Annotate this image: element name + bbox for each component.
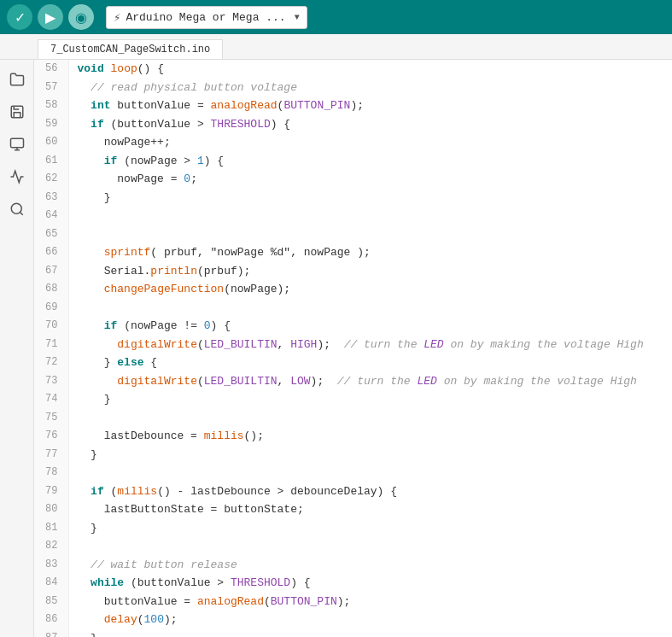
table-row: 81 } <box>34 519 672 538</box>
line-number: 69 <box>34 299 68 318</box>
code-content: } <box>68 629 672 638</box>
code-content: if (buttonValue > THRESHOLD) { <box>68 115 672 134</box>
line-number: 85 <box>34 593 68 611</box>
code-content: } <box>68 446 672 465</box>
line-number: 68 <box>34 280 68 299</box>
code-content: lastButtonState = buttonState; <box>68 500 672 519</box>
line-number: 84 <box>34 574 68 593</box>
code-content: digitalWrite(LED_BUILTIN, LOW); // turn … <box>68 372 672 391</box>
code-content: // read physical button voltage <box>68 79 672 97</box>
table-row: 58 int buttonValue = analogRead(BUTTON_P… <box>34 96 672 115</box>
code-content: } else { <box>68 354 672 372</box>
table-row: 57 // read physical button voltage <box>34 79 672 97</box>
code-content: while (buttonValue > THRESHOLD) { <box>68 574 672 593</box>
line-number: 76 <box>34 427 68 446</box>
line-number: 77 <box>34 446 68 465</box>
tab-bar: 7_CustomCAN_PageSwitch.ino <box>0 34 672 60</box>
code-content: sprintf( prbuf, "nowPage %d", nowPage ); <box>68 243 672 262</box>
sidebar-plotter-icon[interactable] <box>4 164 30 190</box>
line-number: 57 <box>34 79 68 97</box>
table-row: 72 } else { <box>34 354 672 372</box>
table-row: 75 <box>34 409 672 428</box>
table-row: 62 nowPage = 0; <box>34 170 672 189</box>
code-content: lastDebounce = millis(); <box>68 427 672 446</box>
line-number: 82 <box>34 537 68 556</box>
table-row: 87 } <box>34 629 672 638</box>
line-number: 71 <box>34 336 68 354</box>
sidebar-folder-icon[interactable] <box>4 67 30 92</box>
table-row: 71 digitalWrite(LED_BUILTIN, HIGH); // t… <box>34 336 672 354</box>
sidebar-search-icon[interactable] <box>4 196 30 222</box>
code-content <box>68 299 672 318</box>
code-content: if (nowPage > 1) { <box>68 152 672 171</box>
code-content: int buttonValue = analogRead(BUTTON_PIN)… <box>68 96 672 115</box>
code-content: buttonValue = analogRead(BUTTON_PIN); <box>68 593 672 611</box>
code-content: } <box>68 189 672 207</box>
table-row: 73 digitalWrite(LED_BUILTIN, LOW); // tu… <box>34 372 672 391</box>
line-number: 75 <box>34 409 68 428</box>
verify-button[interactable]: ✓ <box>7 4 32 30</box>
code-content: void loop() { <box>68 60 672 79</box>
code-content: } <box>68 519 672 538</box>
chevron-down-icon: ▼ <box>295 13 300 22</box>
line-number: 80 <box>34 500 68 519</box>
file-tab[interactable]: 7_CustomCAN_PageSwitch.ino <box>38 39 223 59</box>
table-row: 60 nowPage++; <box>34 133 672 152</box>
table-row: 70 if (nowPage != 0) { <box>34 317 672 336</box>
table-row: 84 while (buttonValue > THRESHOLD) { <box>34 574 672 593</box>
line-number: 86 <box>34 611 68 629</box>
sidebar-serial-monitor-icon[interactable] <box>4 131 30 157</box>
svg-line-5 <box>20 212 22 214</box>
line-number: 65 <box>34 225 68 244</box>
code-content: changePageFunction(nowPage); <box>68 280 672 299</box>
code-content: Serial.println(prbuf); <box>68 262 672 281</box>
line-number: 64 <box>34 207 68 225</box>
code-content <box>68 207 672 225</box>
code-table: 56void loop() {57 // read physical butto… <box>34 60 672 637</box>
code-content: delay(100); <box>68 611 672 629</box>
line-number: 87 <box>34 629 68 638</box>
code-content: nowPage = 0; <box>68 170 672 189</box>
code-content: // wait button release <box>68 556 672 575</box>
line-number: 72 <box>34 354 68 372</box>
table-row: 78 <box>34 464 672 482</box>
toolbar: ✓ ▶ ◉ ⚡ Arduino Mega or Mega ... ▼ <box>0 0 672 34</box>
table-row: 80 lastButtonState = buttonState; <box>34 500 672 519</box>
line-number: 78 <box>34 464 68 482</box>
table-row: 85 buttonValue = analogRead(BUTTON_PIN); <box>34 593 672 611</box>
sidebar-save-icon[interactable] <box>4 99 30 125</box>
table-row: 64 <box>34 207 672 225</box>
table-row: 82 <box>34 537 672 556</box>
usb-icon: ⚡ <box>114 10 120 25</box>
table-row: 66 sprintf( prbuf, "nowPage %d", nowPage… <box>34 243 672 262</box>
table-row: 68 changePageFunction(nowPage); <box>34 280 672 299</box>
table-row: 59 if (buttonValue > THRESHOLD) { <box>34 115 672 134</box>
board-selector[interactable]: ⚡ Arduino Mega or Mega ... ▼ <box>106 6 307 29</box>
code-content: if (nowPage != 0) { <box>68 317 672 336</box>
code-editor[interactable]: 56void loop() {57 // read physical butto… <box>34 60 672 637</box>
table-row: 56void loop() { <box>34 60 672 79</box>
table-row: 63 } <box>34 189 672 207</box>
svg-rect-1 <box>10 138 23 148</box>
line-number: 56 <box>34 60 68 79</box>
line-number: 67 <box>34 262 68 281</box>
table-row: 86 delay(100); <box>34 611 672 629</box>
debug-button[interactable]: ◉ <box>68 4 94 30</box>
table-row: 67 Serial.println(prbuf); <box>34 262 672 281</box>
code-content <box>68 537 672 556</box>
sidebar <box>0 60 34 637</box>
line-number: 70 <box>34 317 68 336</box>
svg-point-4 <box>11 203 21 213</box>
line-number: 79 <box>34 482 68 501</box>
code-content <box>68 464 672 482</box>
table-row: 65 <box>34 225 672 244</box>
upload-button[interactable]: ▶ <box>38 4 63 30</box>
code-content: } <box>68 390 672 409</box>
table-row: 83 // wait button release <box>34 556 672 575</box>
table-row: 77 } <box>34 446 672 465</box>
main-layout: 56void loop() {57 // read physical butto… <box>0 60 672 637</box>
table-row: 76 lastDebounce = millis(); <box>34 427 672 446</box>
code-content: if (millis() - lastDebounce > debounceDe… <box>68 482 672 501</box>
line-number: 61 <box>34 152 68 171</box>
line-number: 63 <box>34 189 68 207</box>
